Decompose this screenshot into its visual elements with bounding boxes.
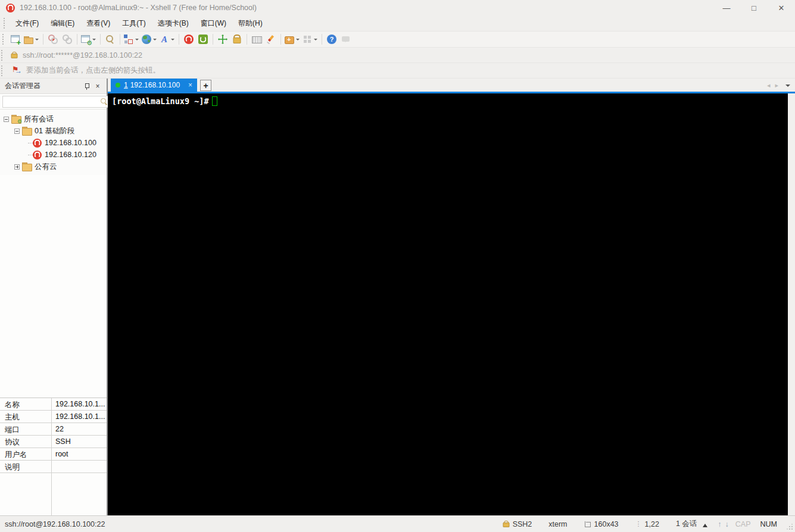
close-panel-button[interactable]: × [92,81,103,92]
prop-label: 主机 [0,411,52,423]
tab-scroll-left-icon[interactable]: ◂ [765,82,773,89]
lock-screen-button[interactable] [230,32,244,46]
chevron-down-icon [314,39,317,42]
window-controls: — □ ✕ [713,0,795,15]
tree-item-folder-01[interactable]: 01 基础阶段 [0,125,107,137]
prop-value[interactable]: 192.168.10.1... [52,398,107,410]
tab-list-chevron-icon[interactable] [785,85,790,89]
address-url[interactable]: ssh://root:******@192.168.10.100:22 [23,51,142,60]
feedback-button[interactable] [339,32,353,46]
font-settings-button[interactable]: A [158,32,176,46]
toolbar-grip [4,18,7,29]
tab-bar-controls: ◂ ▸ [765,79,795,92]
status-cursor-position: ⋮ 1,22 [627,520,668,528]
menu-edit[interactable]: 编辑(E) [45,16,80,31]
toolbar-separator [280,34,281,45]
tree-label: 公有云 [35,162,57,172]
prop-value[interactable]: root [52,448,107,460]
disconnect-icon [48,35,58,44]
tree-item-folder-cloud[interactable]: 公有云 [0,161,107,173]
menu-view[interactable]: 查看(V) [80,16,116,31]
prop-label: 端口 [0,423,52,435]
chevron-down-icon [135,39,139,42]
toolbar-separator [100,34,101,45]
caps-lock-indicator: CAP [731,520,756,528]
tree-item-session-120[interactable]: 192.168.10.120 [0,149,107,161]
tree-item-session-100[interactable]: 192.168.10.100 [0,137,107,149]
expand-icon[interactable] [14,164,20,170]
prop-label: 说明 [0,461,52,472]
new-session-icon [11,35,20,44]
prop-value[interactable]: SSH [52,436,107,447]
comment-icon [341,35,351,44]
open-in-browser-button[interactable] [141,32,158,46]
menu-tools[interactable]: 工具(T) [116,16,151,31]
scroll-down-icon[interactable]: ↓ [724,520,731,528]
search-input[interactable] [3,97,100,107]
help-icon: ? [327,35,336,44]
tab-close-icon[interactable]: × [188,81,192,89]
status-session-count[interactable]: 1 会话 [668,519,716,529]
toolbar-grip [1,50,5,61]
terminal-column: 1 192.168.10.100 × + ◂ ▸ [root@AlmaLinux… [108,79,795,515]
maximize-button[interactable]: □ [740,0,768,15]
highlight-pen-icon [266,35,276,44]
prop-label: 协议 [0,436,52,447]
scroll-up-icon[interactable]: ↑ [716,520,723,528]
prop-value[interactable]: 192.168.10.1... [52,411,107,423]
new-folder-button[interactable] [283,32,301,46]
tree-item-all-sessions[interactable]: ⚙ 所有会话 [0,113,107,125]
menu-file[interactable]: 文件(F) [10,16,45,31]
minimize-button[interactable]: — [713,0,740,15]
resize-grip[interactable] [785,522,794,531]
close-button[interactable]: ✕ [768,0,795,15]
tree-connector [28,143,33,143]
session-search-box[interactable] [2,96,111,108]
xftp-button[interactable] [196,32,210,46]
disconnect-button[interactable] [46,32,60,46]
collapse-icon[interactable] [4,117,9,122]
address-bar[interactable]: ssh://root:******@192.168.10.100:22 [0,48,795,63]
reconnect-button[interactable] [60,32,74,46]
terminal[interactable]: [root@AlmaLinux9 ~]# [108,93,788,515]
open-session-button[interactable] [23,32,40,46]
font-icon: A [160,35,169,44]
menu-tab[interactable]: 选项卡(B) [152,16,195,31]
panel-title: 会话管理器 [5,81,82,91]
tab-scroll-right-icon[interactable]: ▸ [772,82,781,89]
menu-help[interactable]: 帮助(H) [232,16,269,31]
pin-panel-button[interactable] [82,81,92,92]
xshell-logo-icon [6,4,15,12]
status-connection: ssh://root@192.168.10.100:22 [0,520,105,528]
tab-title: 192.168.10.100 [130,81,180,89]
menu-window[interactable]: 窗口(W) [195,16,232,31]
prop-value[interactable] [52,461,107,472]
status-terminal-type: xterm [540,520,575,528]
session-properties-button[interactable] [80,32,98,46]
toolbar-separator [322,34,322,45]
new-session-button[interactable] [8,32,23,46]
toolbar-separator [213,34,213,45]
fullscreen-button[interactable] [216,32,230,46]
terminal-scrollbar[interactable] [788,93,795,515]
xshell-button[interactable] [182,32,196,46]
prop-value[interactable]: 22 [52,423,107,435]
session-manager-panel: 会话管理器 × ⚙ 所有会话 01 基础阶段 [0,79,108,515]
help-button[interactable]: ? [325,32,339,46]
tab-session-192-168-10-100[interactable]: 1 192.168.10.100 × [111,79,197,92]
arrange-windows-button[interactable] [123,32,141,46]
lock-icon [232,35,242,44]
tab-number: 1 [124,81,128,89]
hint-flag-icon: ⚑→ [12,66,21,76]
tile-windows-button[interactable] [301,32,319,46]
chevron-down-icon [35,39,39,42]
virtual-keyboard-button[interactable] [250,32,264,46]
tree-connector [28,155,33,155]
chevron-down-icon [153,39,157,42]
find-button[interactable] [103,32,117,46]
highlight-button[interactable] [264,32,278,46]
keyboard-icon [252,35,261,44]
collapse-icon[interactable] [14,129,20,134]
new-tab-button[interactable]: + [200,80,211,91]
toolbar-grip [1,65,5,76]
